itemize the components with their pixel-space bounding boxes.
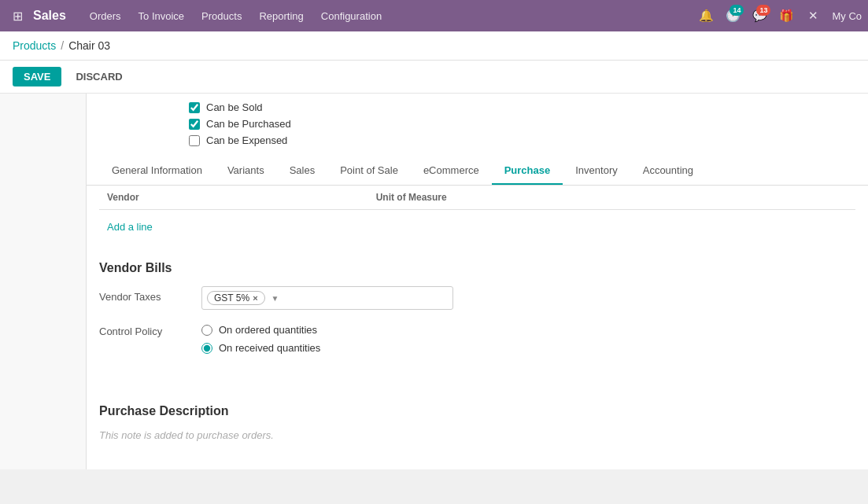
- left-sidebar: [0, 94, 87, 469]
- radio-ordered-quantities-input[interactable]: [201, 325, 212, 336]
- tab-purchase[interactable]: Purchase: [492, 157, 563, 185]
- breadcrumb: Products / Chair 03: [0, 31, 868, 61]
- bell-icon[interactable]: 🔔: [695, 5, 717, 27]
- app-name: Sales: [33, 9, 66, 23]
- menu-orders[interactable]: Orders: [82, 6, 129, 27]
- can-be-sold-label: Can be Sold: [206, 101, 263, 113]
- can-be-expensed-row: Can be Expensed: [189, 134, 855, 146]
- vendor-bills-title: Vendor Bills: [99, 253, 855, 275]
- top-navigation: ⊞ Sales Orders To Invoice Products Repor…: [0, 0, 868, 31]
- vendor-taxes-tag: GST 5% ×: [207, 291, 265, 305]
- can-be-expensed-checkbox[interactable]: [189, 135, 200, 146]
- tab-sales[interactable]: Sales: [277, 157, 328, 185]
- radio-received-quantities-label: On received quantities: [219, 342, 320, 354]
- control-policy-label: Control Policy: [99, 321, 201, 337]
- chat-icon[interactable]: 💬 13: [748, 5, 770, 27]
- menu-configuration[interactable]: Configuration: [313, 6, 390, 27]
- save-button[interactable]: SAVE: [13, 67, 61, 86]
- main-content: Can be Sold Can be Purchased Can be Expe…: [0, 94, 868, 469]
- can-be-expensed-label: Can be Expensed: [206, 134, 287, 146]
- action-bar: SAVE DISCARD: [0, 61, 868, 94]
- menu-products[interactable]: Products: [194, 6, 249, 27]
- grid-menu-icon[interactable]: ⊞: [6, 5, 28, 27]
- dropdown-arrow-icon[interactable]: ▼: [271, 294, 279, 303]
- breadcrumb-current-item: Chair 03: [68, 39, 110, 52]
- purchase-description-section: Purchase Description This note is added …: [99, 396, 855, 457]
- tab-point-of-sale[interactable]: Point of Sale: [327, 157, 411, 185]
- can-be-purchased-label: Can be Purchased: [206, 118, 291, 130]
- menu-to-invoice[interactable]: To Invoice: [131, 6, 193, 27]
- chat-badge: 13: [756, 5, 770, 16]
- tab-accounting[interactable]: Accounting: [630, 157, 706, 185]
- product-tabs: General Information Variants Sales Point…: [87, 157, 868, 186]
- discard-button[interactable]: DISCARD: [68, 67, 130, 86]
- tab-general-information[interactable]: General Information: [99, 157, 215, 185]
- tab-ecommerce[interactable]: eCommerce: [411, 157, 492, 185]
- vendor-table: Vendor Unit of Measure: [99, 186, 855, 210]
- user-menu[interactable]: My Co: [832, 10, 862, 22]
- gift-icon[interactable]: 🎁: [775, 5, 797, 27]
- can-be-purchased-checkbox[interactable]: [189, 119, 200, 130]
- tab-variants[interactable]: Variants: [215, 157, 277, 185]
- vendor-taxes-input[interactable]: GST 5% × ▼: [201, 286, 453, 310]
- radio-received-quantities: On received quantities: [201, 342, 855, 354]
- vendor-column-header: Vendor: [99, 186, 368, 210]
- control-policy-field: On ordered quantities On received quanti…: [201, 321, 855, 354]
- vendor-taxes-field: GST 5% × ▼: [201, 286, 855, 310]
- unit-of-measure-column-header: Unit of Measure: [368, 186, 855, 210]
- add-line-link[interactable]: Add a line: [99, 216, 161, 237]
- control-policy-radio-group: On ordered quantities On received quanti…: [201, 321, 855, 354]
- vendor-bills-section: Vendor Bills Vendor Taxes GST 5% × ▼: [99, 253, 855, 381]
- clock-badge: 14: [729, 5, 744, 16]
- vendor-taxes-row: Vendor Taxes GST 5% × ▼: [99, 286, 855, 310]
- clock-icon[interactable]: 🕐 14: [722, 5, 744, 27]
- tab-inventory[interactable]: Inventory: [563, 157, 630, 185]
- can-be-purchased-row: Can be Purchased: [189, 118, 855, 130]
- vendor-taxes-label: Vendor Taxes: [99, 286, 201, 303]
- radio-ordered-quantities-label: On ordered quantities: [219, 324, 317, 336]
- purchase-description-note: This note is added to purchase orders.: [99, 429, 855, 441]
- breadcrumb-separator: /: [61, 39, 64, 52]
- breadcrumb-products-link[interactable]: Products: [13, 39, 56, 52]
- topnav-action-icons: 🔔 🕐 14 💬 13 🎁 ✕ My Co: [695, 5, 862, 27]
- can-be-sold-checkbox[interactable]: [189, 102, 200, 113]
- radio-received-quantities-input[interactable]: [201, 343, 212, 354]
- purchase-tab-content: Vendor Unit of Measure Add a line Vendor…: [87, 186, 868, 469]
- can-be-sold-row: Can be Sold: [189, 101, 855, 113]
- control-policy-row: Control Policy On ordered quantities On …: [99, 321, 855, 354]
- radio-ordered-quantities: On ordered quantities: [201, 324, 855, 336]
- vendor-taxes-tag-remove[interactable]: ×: [253, 293, 257, 303]
- content-area: Can be Sold Can be Purchased Can be Expe…: [87, 94, 868, 469]
- close-icon[interactable]: ✕: [802, 5, 824, 27]
- menu-reporting[interactable]: Reporting: [251, 6, 311, 27]
- product-options-checkboxes: Can be Sold Can be Purchased Can be Expe…: [87, 94, 868, 157]
- top-menu: Orders To Invoice Products Reporting Con…: [82, 6, 696, 27]
- purchase-description-title: Purchase Description: [99, 396, 855, 418]
